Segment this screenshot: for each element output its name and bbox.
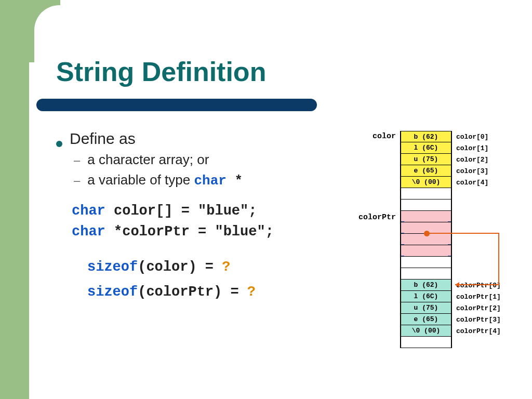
decl-rest: *colorPtr = "blue";	[105, 224, 274, 240]
slide-sidebar	[0, 0, 29, 399]
var-label-colorptr: colorPtr	[343, 213, 396, 222]
question-mark: ?	[222, 259, 230, 275]
bullet-icon	[56, 141, 62, 147]
dash-icon: –	[74, 174, 80, 188]
declaration-block: char color[] = "blue"; char *colorPtr = …	[72, 203, 326, 240]
dash-icon: –	[74, 154, 80, 167]
sizeof-line-1: sizeof(color) = ?	[87, 259, 326, 275]
keyword-sizeof: sizeof	[87, 259, 138, 275]
text-pre: a variable of type	[87, 172, 194, 188]
sub-bullet-2: – a variable of type char *	[56, 172, 326, 189]
keyword-char: char	[72, 203, 105, 219]
sizeof-block: sizeof(color) = ? sizeof(colorPtr) = ?	[87, 259, 326, 300]
bullet-text: Define as	[70, 130, 136, 148]
slide-content: Define as – a character array; or – a va…	[56, 130, 326, 309]
text-post: *	[227, 173, 243, 189]
sizeof-args: (color) =	[138, 259, 222, 275]
decl-line-1: char color[] = "blue";	[72, 203, 326, 219]
sub-bullet-1: – a character array; or	[56, 152, 326, 168]
sizeof-args: (colorPtr) =	[138, 284, 247, 300]
sub-bullet-text: a character array; or	[87, 152, 209, 168]
decl-line-2: char *colorPtr = "blue";	[72, 224, 326, 240]
decl-rest: color[] = "blue";	[105, 203, 257, 219]
accent-bar	[36, 99, 317, 111]
sub-bullet-text: a variable of type char *	[87, 172, 243, 189]
keyword-char: char	[72, 224, 105, 240]
pointer-arrow-icon	[400, 131, 520, 349]
keyword-sizeof: sizeof	[87, 284, 138, 300]
question-mark: ?	[247, 284, 256, 300]
keyword-char: char	[194, 173, 226, 189]
bullet-define-as: Define as	[56, 130, 326, 148]
sizeof-line-2: sizeof(colorPtr) = ?	[87, 284, 326, 300]
var-label-color: color	[358, 132, 396, 141]
slide-title: String Definition	[56, 56, 266, 87]
